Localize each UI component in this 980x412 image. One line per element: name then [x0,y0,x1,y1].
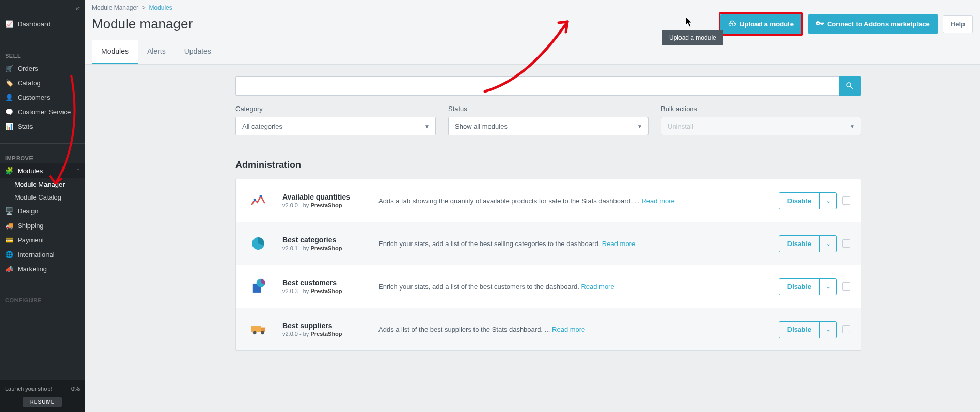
chevron-down-icon[interactable]: ⌄ [819,236,836,252]
svg-point-8 [261,331,264,334]
module-icon [246,317,270,341]
read-more-link[interactable]: Read more [641,197,674,205]
sidebar-item-customers[interactable]: 👤 Customers [0,90,85,104]
puzzle-icon: 🧩 [5,166,13,175]
chevron-up-icon: ˄ [77,168,80,174]
disable-button[interactable]: Disable ⌄ [779,235,837,252]
sidebar-item-international[interactable]: 🌐 International [0,247,85,262]
breadcrumb: Module Manager > Modules [92,1,973,12]
module-checkbox[interactable] [842,239,850,248]
module-meta: v2.0.3 - by PrestaShop [282,288,366,294]
sidebar-sub-module-manager[interactable]: Module Manager [0,178,85,191]
connect-addons-button[interactable]: Connect to Addons marketplace [808,14,938,34]
sidebar-item-catalog[interactable]: 🏷️ Catalog [0,75,85,90]
breadcrumb-root[interactable]: Module Manager [92,4,138,11]
chevron-down-icon[interactable]: ⌄ [819,279,836,295]
sidebar-collapse[interactable]: « [0,0,85,17]
sidebar-item-shipping[interactable]: 🚚 Shipping [0,218,85,233]
resume-button[interactable]: RESUME [23,397,62,407]
sidebar-item-label: Payment [18,236,44,244]
module-row: Best customers v2.0.3 - by PrestaShop En… [236,265,861,308]
sidebar-item-label: Dashboard [18,20,51,28]
sidebar-item-label: Customer Service [18,108,71,116]
sidebar-item-label: Modules [18,167,43,175]
annotation-highlight: Upload a module [719,12,803,36]
module-meta: v2.0.0 - by PrestaShop [282,331,366,337]
monitor-icon: 🖥️ [5,207,13,215]
sidebar-item-customer-service[interactable]: 🗨️ Customer Service [0,104,85,119]
read-more-link[interactable]: Read more [552,326,585,333]
header: Module Manager > Modules Module manager … [85,0,980,40]
sidebar-section-sell: SELL [0,45,85,61]
status-select[interactable]: Show all modules [448,117,649,135]
module-desc: Adds a tab showing the quantity of avail… [378,197,766,205]
connect-addons-label: Connect to Addons marketplace [827,20,930,28]
svg-rect-5 [251,326,261,332]
tab-alerts[interactable]: Alerts [138,40,175,64]
module-checkbox[interactable] [842,325,850,333]
sidebar-item-label: Stats [18,123,33,130]
category-label: Category [235,105,436,113]
breadcrumb-current[interactable]: Modules [149,4,172,11]
sidebar-item-orders[interactable]: 🛒 Orders [0,61,85,75]
module-name: Best categories [282,236,366,244]
sidebar-item-payment[interactable]: 💳 Payment [0,233,85,247]
chevron-down-icon[interactable]: ⌄ [819,322,836,338]
disable-button[interactable]: Disable ⌄ [779,278,837,295]
sidebar-item-marketing[interactable]: 📣 Marketing [0,262,85,276]
tab-updates[interactable]: Updates [175,40,220,64]
bulk-select[interactable]: Uninstall [661,117,861,135]
sidebar-item-label: Design [18,207,38,215]
sidebar-item-modules[interactable]: 🧩 Modules ˄ [0,163,85,178]
read-more-link[interactable]: Read more [581,283,614,291]
chevron-down-icon[interactable]: ⌄ [819,193,836,209]
sidebar-item-label: Marketing [18,265,47,273]
sidebar-item-label: Customers [18,94,50,101]
module-name: Available quantities [282,193,366,201]
module-checkbox[interactable] [842,196,850,205]
sidebar-sub-module-catalog[interactable]: Module Catalog [0,191,85,204]
headset-icon: 🗨️ [5,108,13,116]
truck-icon: 🚚 [5,221,13,230]
tag-icon: 🏷️ [5,79,13,87]
module-name: Best suppliers [282,322,366,330]
sidebar-item-dashboard[interactable]: 📈 Dashboard [0,17,85,31]
module-desc: Adds a list of the best suppliers to the… [378,326,766,333]
upload-module-button[interactable]: Upload a module [720,14,801,34]
module-icon [246,189,270,212]
read-more-link[interactable]: Read more [602,240,635,248]
svg-point-7 [253,331,257,334]
cloud-upload-icon [728,19,736,29]
module-desc: Enrich your stats, add a list of the bes… [378,283,766,291]
disable-label: Disable [779,193,819,209]
sidebar-item-label: International [18,251,55,258]
megaphone-icon: 📣 [5,265,13,273]
sidebar-section-improve: IMPROVE [0,148,85,163]
content: Category All categories ▼ Status Show al… [85,65,980,412]
module-info: Available quantities v2.0.0 - by PrestaS… [282,193,366,208]
module-info: Best suppliers v2.0.0 - by PrestaShop [282,322,366,337]
disable-label: Disable [779,236,819,252]
module-checkbox[interactable] [842,282,850,291]
svg-point-1 [260,195,262,197]
category-select[interactable]: All categories [235,117,436,135]
sidebar-item-design[interactable]: 🖥️ Design [0,204,85,218]
tabs: Modules Alerts Updates [85,40,980,65]
page-title: Module manager [92,16,714,32]
cart-icon: 🛒 [5,64,13,72]
help-button[interactable]: Help [943,15,973,33]
sidebar-item-stats[interactable]: 📊 Stats [0,119,85,133]
sidebar-section-configure: CONFIGURE [0,291,85,306]
disable-button[interactable]: Disable ⌄ [779,321,837,338]
tab-modules[interactable]: Modules [92,40,138,64]
search-input[interactable] [235,76,839,96]
cursor-icon [686,17,694,29]
module-meta: v2.0.1 - by PrestaShop [282,245,366,251]
upload-module-label: Upload a module [739,20,794,28]
search-button[interactable] [839,76,861,96]
module-info: Best categories v2.0.1 - by PrestaShop [282,236,366,251]
disable-button[interactable]: Disable ⌄ [779,192,837,209]
main: Module Manager > Modules Module manager … [85,0,980,412]
sidebar-footer: Launch your shop! 0% RESUME [0,380,85,412]
key-icon [816,19,824,29]
